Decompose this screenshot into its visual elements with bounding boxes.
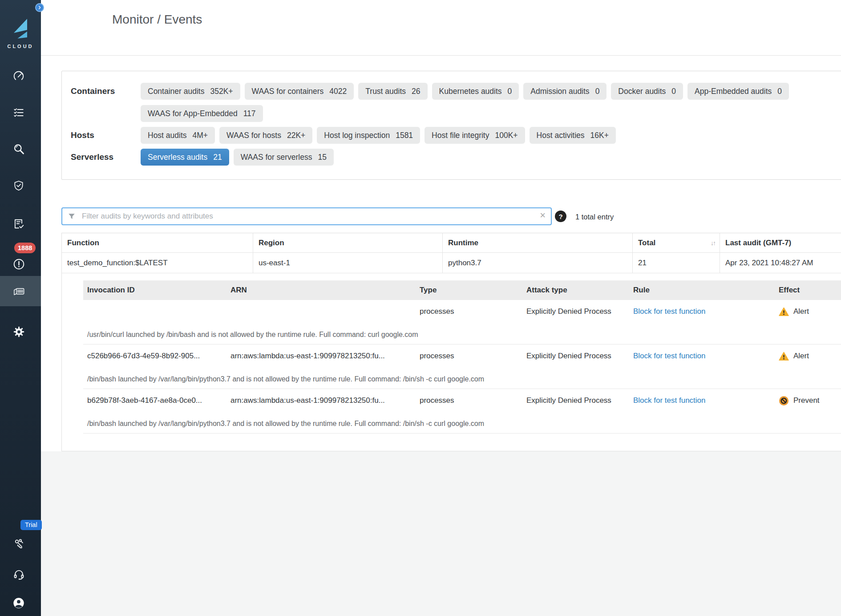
effect-label: Alert [793,352,809,361]
document-check-icon [13,218,24,230]
warning-triangle-icon [779,352,789,361]
effect-label: Prevent [793,396,820,405]
audit-column-arn: ARN [226,286,416,295]
filter-chip[interactable]: Container audits352K+ [141,83,240,100]
filter-chip[interactable]: WAAS for serverless15 [234,149,334,166]
chip-count: 22K+ [287,131,305,140]
filter-chip[interactable]: Trust audits26 [358,83,427,100]
column-header-runtime[interactable]: Runtime [443,233,633,252]
alert-circle-icon [13,258,25,270]
chip-label: Host audits [148,131,187,140]
app-header: Monitor / Events [41,0,841,56]
nav-support[interactable] [0,559,41,589]
nav-defend[interactable] [0,170,41,201]
audit-column-effect: Effect [775,286,841,295]
rule-link[interactable]: Block for test function [633,352,706,360]
audit-cell-attack-type: Explicitly Denied Process [522,307,629,316]
chip-label: Admission audits [530,87,589,96]
nav-policies[interactable] [0,97,41,128]
rule-link[interactable]: Block for test function [633,396,706,405]
clear-filter-icon[interactable]: × [540,210,546,221]
filter-groups: ContainersContainer audits352K+WAAS for … [71,83,841,166]
alert-count-badge: 1888 [14,243,36,253]
audit-cell-rule: Block for test function [629,352,775,361]
rule-link[interactable]: Block for test function [633,307,706,316]
filter-chip[interactable]: Serverless audits21 [141,149,229,166]
chip-label: App-Embedded audits [695,87,772,96]
audit-cell-effect: Alert [775,352,841,361]
filter-group-containers: ContainersContainer audits352K+WAAS for … [71,83,841,122]
audit-row[interactable]: processesExplicitly Denied ProcessBlock … [83,300,841,344]
filter-group-label: Serverless [71,149,141,166]
audit-row[interactable]: b629b78f-3aeb-4167-ae8a-0ce0...arn:aws:l… [83,389,841,434]
column-header-total-label: Total [638,239,655,247]
nav-compliance[interactable] [0,209,41,239]
audit-rows: processesExplicitly Denied ProcessBlock … [83,300,841,434]
function-row[interactable]: test_demo_function:$LATEST us-east-1 pyt… [62,253,841,273]
filter-group-serverless: ServerlessServerless audits21WAAS for se… [71,149,841,166]
audit-cell-rule: Block for test function [629,307,775,316]
nav-search[interactable] [0,134,41,164]
audit-cell-invocation-id: c526b966-67d3-4e59-8b92-905... [83,352,226,361]
filter-chip[interactable]: Host audits4M+ [141,127,215,144]
nav-containers[interactable] [0,276,41,306]
help-icon[interactable]: ? [555,211,566,222]
keys-icon [13,538,25,550]
filter-chip[interactable]: Admission audits0 [523,83,606,100]
filter-chip[interactable]: Docker audits0 [611,83,683,100]
trial-badge: Trial [20,520,42,530]
chip-label: Host file integrity [432,131,489,140]
nav-dashboard[interactable] [0,61,41,91]
column-header-function[interactable]: Function [62,233,253,252]
audit-cell-effect: Alert [775,307,841,316]
filter-chip[interactable]: Host log inspection1581 [317,127,420,144]
column-header-last-audit[interactable]: Last audit (GMT-7) [720,233,841,252]
person-icon [12,597,25,609]
page: CLOUD 1888Trial Monitor / Events Contain… [0,0,841,616]
chip-list: Serverless audits21WAAS for serverless15 [141,149,817,166]
shield-check-icon [13,180,24,191]
logo-text: CLOUD [0,44,41,49]
filter-chip[interactable]: Host file integrity100K+ [425,127,525,144]
nav-settings[interactable] [0,316,41,347]
app-logo[interactable]: CLOUD [0,18,41,49]
filter-chip[interactable]: Host activities16K+ [530,127,616,144]
audit-cell-attack-type: Explicitly Denied Process [522,352,629,361]
filter-chip[interactable]: App-Embedded audits0 [687,83,789,100]
filter-chip[interactable]: WAAS for hosts22K+ [219,127,312,144]
cell-total: 21 [633,253,720,273]
prohibition-icon [779,396,789,406]
sidebar-expand-button[interactable] [35,3,44,12]
cell-last-audit: Apr 23, 2021 10:48:27 AM [720,253,841,273]
audit-table-header-row: Invocation ID ARN Type Attack type Rule … [83,280,841,300]
chip-label: Host log inspection [324,131,390,140]
filter-chip[interactable]: WAAS for App-Embedded117 [141,105,263,122]
chip-count: 117 [243,109,256,118]
checklist-icon [13,107,24,118]
chip-count: 4M+ [193,131,208,140]
nav-credentials[interactable]: Trial [0,529,41,559]
filter-chip[interactable]: Kubernetes audits0 [432,83,519,100]
filter-chip[interactable]: WAAS for containers4022 [245,83,354,100]
sort-icon[interactable]: ↓↑ [711,239,715,247]
chip-count: 352K+ [210,87,233,96]
chip-label: WAAS for App-Embedded [148,109,238,118]
cell-region: us-east-1 [253,253,443,273]
chip-label: WAAS for serverless [241,153,312,162]
column-header-total[interactable]: Total ↓↑ [633,233,720,252]
gear-icon [13,326,25,338]
chip-count: 0 [595,87,600,96]
chip-label: WAAS for hosts [226,131,281,140]
effect-label: Alert [793,307,809,316]
filter-input[interactable] [61,207,552,225]
column-header-region[interactable]: Region [253,233,443,252]
chip-list: Container audits352K+WAAS for containers… [141,83,817,122]
filter-input-wrap: × [61,207,552,225]
audit-description: /bin/bash launched by /var/lang/bin/pyth… [83,420,841,428]
nav-alerts[interactable]: 1888 [0,249,41,279]
nav-account[interactable] [0,588,41,616]
audit-row[interactable]: c526b966-67d3-4e59-8b92-905...arn:aws:la… [83,344,841,389]
chip-label: WAAS for containers [252,87,324,96]
gauge-icon [12,70,25,82]
audit-cell-effect: Prevent [775,396,841,406]
